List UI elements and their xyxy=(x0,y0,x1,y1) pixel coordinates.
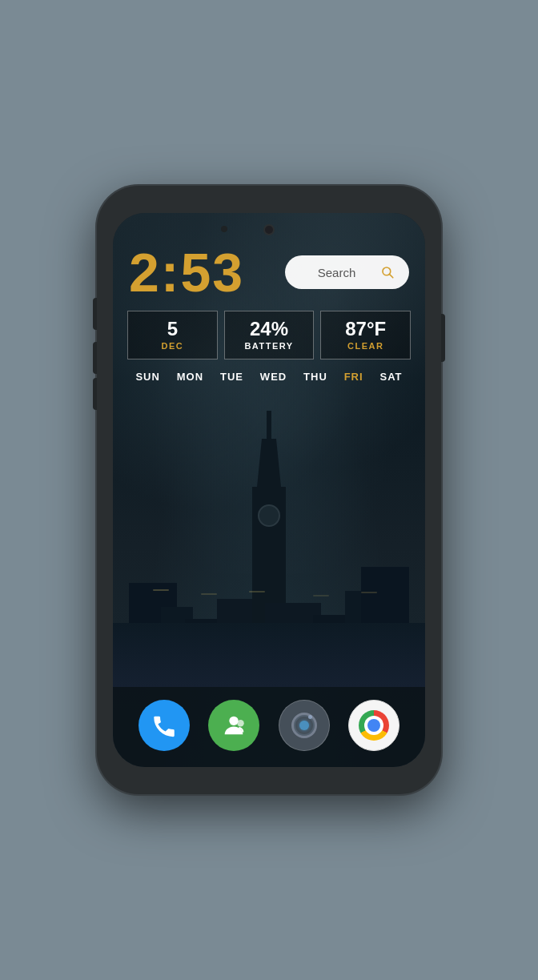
day-sun: SUN xyxy=(135,371,159,383)
search-label: Search xyxy=(299,266,374,279)
svg-point-3 xyxy=(238,720,245,727)
camera-app-icon[interactable] xyxy=(279,700,330,751)
weather-value: 87°F xyxy=(345,319,386,339)
day-sat: SAT xyxy=(380,371,403,383)
chrome-app-icon[interactable] xyxy=(348,700,399,751)
day-mon: MON xyxy=(177,371,203,383)
date-card[interactable]: 5 DEC xyxy=(127,311,218,359)
phone-app-icon[interactable] xyxy=(139,700,190,751)
day-tue: TUE xyxy=(220,371,243,383)
chrome-icon xyxy=(359,710,389,741)
day-wed: WED xyxy=(260,371,287,383)
chrome-center xyxy=(367,719,380,732)
phone-screen: 2:53 Search 5 DEC 24% BATTERY xyxy=(113,213,425,767)
date-label: DEC xyxy=(161,341,183,351)
phone-icon xyxy=(151,712,178,739)
ui-layer: 2:53 Search 5 DEC 24% BATTERY xyxy=(113,213,425,767)
battery-card[interactable]: 24% BATTERY xyxy=(224,311,315,359)
contacts-app-icon[interactable] xyxy=(208,700,259,751)
weather-card[interactable]: 87°F CLEAR xyxy=(320,311,411,359)
day-fri: FRI xyxy=(344,371,363,383)
contacts-icon xyxy=(220,712,247,739)
dock xyxy=(113,692,425,767)
speaker xyxy=(221,226,227,232)
day-thu: THU xyxy=(303,371,327,383)
phone-device: 2:53 Search 5 DEC 24% BATTERY xyxy=(97,186,441,794)
svg-point-2 xyxy=(230,717,239,725)
svg-line-1 xyxy=(390,275,393,278)
camera-ring xyxy=(291,713,317,738)
weather-label: CLEAR xyxy=(347,341,383,351)
front-camera xyxy=(263,224,275,235)
battery-value: 24% xyxy=(250,319,288,339)
day-strip: SUN MON TUE WED THU FRI SAT xyxy=(113,359,425,383)
battery-label: BATTERY xyxy=(244,341,293,351)
clock-display: 2:53 xyxy=(129,245,244,299)
search-bar[interactable]: Search xyxy=(285,255,409,289)
date-value: 5 xyxy=(167,319,178,339)
spacer xyxy=(113,383,425,692)
chrome-white-ring xyxy=(364,716,383,735)
search-icon xyxy=(380,265,395,279)
info-cards: 5 DEC 24% BATTERY 87°F CLEAR xyxy=(113,299,425,359)
camera-icon xyxy=(291,713,317,738)
camera-top-dot xyxy=(308,715,312,719)
